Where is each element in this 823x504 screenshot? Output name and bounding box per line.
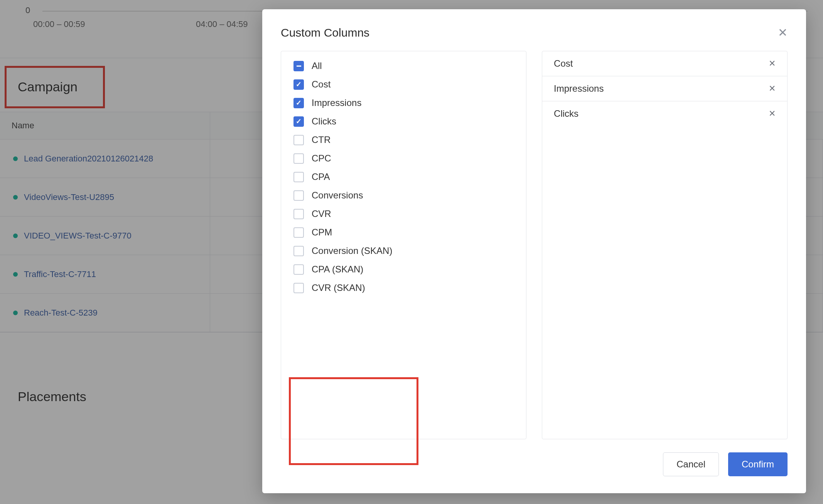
option-label: CPC	[312, 153, 331, 164]
remove-icon[interactable]: ✕	[769, 109, 776, 119]
modal-body: AllCostImpressionsClicksCTRCPCCPAConvers…	[262, 51, 806, 439]
checkbox-icon[interactable]	[293, 153, 304, 164]
checkbox-icon[interactable]	[293, 172, 304, 182]
selected-label: Impressions	[554, 83, 604, 94]
option-label: CPA	[312, 171, 330, 182]
cancel-button[interactable]: Cancel	[663, 452, 719, 476]
modal-footer: Cancel Confirm	[262, 439, 806, 493]
column-option[interactable]: CPM	[288, 223, 519, 242]
checkbox-icon[interactable]	[293, 283, 304, 293]
checkbox-icon[interactable]	[293, 135, 304, 145]
column-option[interactable]: All	[288, 57, 519, 75]
option-label: CPM	[312, 227, 332, 238]
remove-icon[interactable]: ✕	[769, 59, 776, 69]
close-icon[interactable]: ✕	[778, 27, 788, 39]
column-option[interactable]: Clicks	[288, 112, 519, 131]
checkbox-icon[interactable]	[293, 227, 304, 238]
option-label: CPA (SKAN)	[312, 264, 363, 275]
checkbox-icon[interactable]	[293, 246, 304, 256]
column-option[interactable]: CTR	[288, 131, 519, 149]
selected-label: Cost	[554, 58, 573, 69]
column-option[interactable]: CPC	[288, 149, 519, 168]
column-option[interactable]: CPA	[288, 168, 519, 186]
column-option[interactable]: CPA (SKAN)	[288, 260, 519, 279]
option-label: Cost	[312, 79, 331, 90]
selected-column-row[interactable]: Cost✕	[542, 51, 787, 76]
column-option[interactable]: Cost	[288, 75, 519, 94]
modal-title: Custom Columns	[281, 26, 369, 39]
available-columns-list: AllCostImpressionsClicksCTRCPCCPAConvers…	[281, 51, 526, 439]
checkbox-icon[interactable]	[293, 190, 304, 201]
column-option[interactable]: Conversions	[288, 186, 519, 205]
selected-label: Clicks	[554, 108, 578, 119]
checkbox-icon[interactable]	[293, 264, 304, 275]
remove-icon[interactable]: ✕	[769, 84, 776, 94]
modal-header: Custom Columns ✕	[262, 9, 806, 51]
column-option[interactable]: CVR (SKAN)	[288, 279, 519, 297]
custom-columns-modal: Custom Columns ✕ AllCostImpressionsClick…	[262, 9, 806, 493]
confirm-button[interactable]: Confirm	[728, 452, 788, 476]
selected-column-row[interactable]: Clicks✕	[542, 101, 787, 126]
checkbox-icon[interactable]	[293, 98, 304, 108]
column-option[interactable]: Impressions	[288, 94, 519, 112]
option-label: CTR	[312, 134, 331, 145]
column-option[interactable]: Conversion (SKAN)	[288, 242, 519, 260]
checkbox-icon[interactable]	[293, 79, 304, 90]
option-label: Impressions	[312, 97, 361, 108]
checkbox-icon[interactable]	[293, 61, 304, 71]
selected-columns-list: Cost✕Impressions✕Clicks✕	[542, 51, 788, 439]
option-label: Conversions	[312, 190, 363, 201]
checkbox-icon[interactable]	[293, 116, 304, 127]
option-label: CVR	[312, 208, 331, 219]
checkbox-icon[interactable]	[293, 209, 304, 219]
column-option[interactable]: CVR	[288, 205, 519, 223]
option-label: All	[312, 60, 322, 71]
option-label: Conversion (SKAN)	[312, 245, 392, 256]
option-label: CVR (SKAN)	[312, 282, 365, 293]
selected-column-row[interactable]: Impressions✕	[542, 76, 787, 101]
option-label: Clicks	[312, 116, 336, 127]
